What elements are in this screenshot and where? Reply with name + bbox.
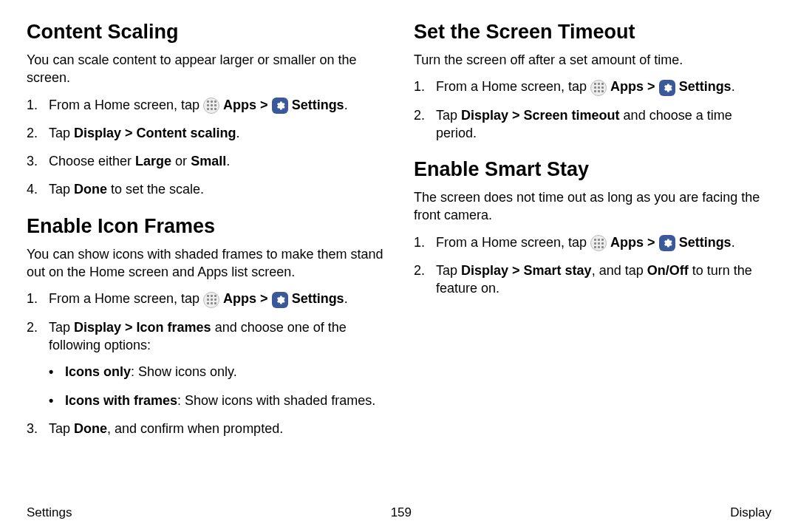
step: From a Home screen, tap Apps > Settings.: [27, 290, 384, 307]
step: From a Home screen, tap Apps > Settings.: [414, 233, 771, 251]
section-content-scaling: Content Scaling You can scale content to…: [27, 21, 384, 199]
step: Tap Done, and confirm when prompted.: [27, 420, 384, 437]
apps-icon: [590, 235, 607, 251]
step: Choose either Large or Small.: [27, 152, 384, 170]
right-column: Set the Screen Timeout Turn the screen o…: [414, 21, 771, 448]
intro-screen-timeout: Turn the screen off after a set amount o…: [414, 51, 771, 69]
settings-icon: [272, 98, 288, 114]
footer-page-number: 159: [391, 505, 412, 520]
apps-icon: [203, 98, 219, 114]
heading-screen-timeout: Set the Screen Timeout: [414, 21, 771, 44]
apps-icon: [203, 292, 219, 308]
apps-icon: [590, 80, 607, 96]
step: From a Home screen, tap Apps > Settings.: [414, 78, 771, 95]
page-footer: Settings 159 Display: [27, 505, 771, 520]
steps-icon-frames: From a Home screen, tap Apps > Settings.…: [27, 290, 384, 437]
footer-left: Settings: [27, 505, 72, 520]
steps-content-scaling: From a Home screen, tap Apps > Settings.…: [27, 96, 384, 199]
heading-smart-stay: Enable Smart Stay: [414, 158, 771, 181]
left-column: Content Scaling You can scale content to…: [27, 21, 384, 448]
settings-icon: [272, 292, 288, 308]
heading-icon-frames: Enable Icon Frames: [27, 215, 384, 238]
step: From a Home screen, tap Apps > Settings.: [27, 96, 384, 114]
step: Tap Display > Content scaling.: [27, 124, 384, 142]
footer-right: Display: [730, 505, 771, 520]
settings-icon: [659, 80, 675, 96]
heading-content-scaling: Content Scaling: [27, 21, 384, 44]
option: Icons with frames: Show icons with shade…: [49, 392, 384, 409]
option: Icons only: Show icons only.: [49, 363, 384, 381]
step: Tap Display > Icon frames and choose one…: [27, 318, 384, 409]
intro-content-scaling: You can scale content to appear larger o…: [27, 51, 384, 87]
step: Tap Done to set the scale.: [27, 180, 384, 198]
step: Tap Display > Smart stay, and tap On/Off…: [414, 262, 771, 298]
intro-smart-stay: The screen does not time out as long as …: [414, 188, 771, 225]
section-icon-frames: Enable Icon Frames You can show icons wi…: [27, 215, 384, 437]
options-list: Icons only: Show icons only. Icons with …: [49, 363, 384, 409]
section-screen-timeout: Set the Screen Timeout Turn the screen o…: [414, 21, 771, 142]
section-smart-stay: Enable Smart Stay The screen does not ti…: [414, 158, 771, 297]
steps-smart-stay: From a Home screen, tap Apps > Settings.…: [414, 233, 771, 298]
intro-icon-frames: You can show icons with shaded frames to…: [27, 245, 384, 282]
step: Tap Display > Screen timeout and choose …: [414, 106, 771, 143]
steps-screen-timeout: From a Home screen, tap Apps > Settings.…: [414, 78, 771, 142]
settings-icon: [659, 235, 675, 251]
